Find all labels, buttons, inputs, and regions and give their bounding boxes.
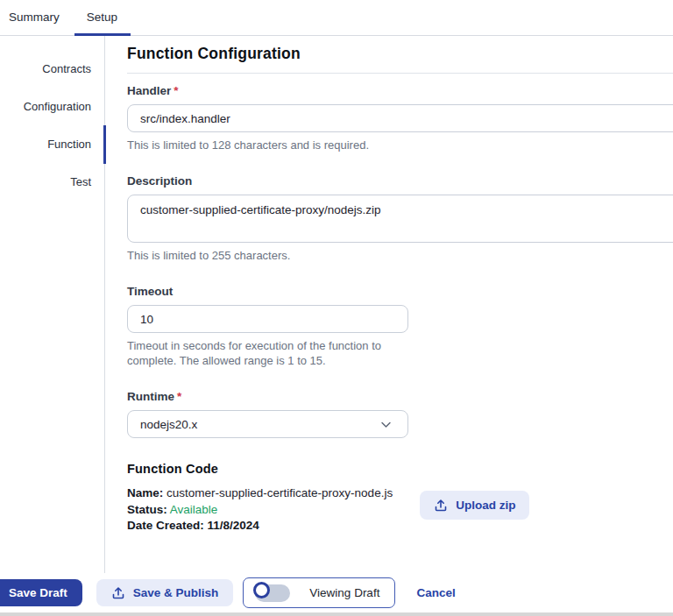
sidebar-item-test[interactable]: Test (0, 163, 104, 201)
viewing-draft-label: Viewing Draft (309, 586, 379, 599)
required-asterisk: * (174, 84, 178, 97)
description-label: Description (127, 174, 673, 188)
function-code-title: Function Code (127, 462, 673, 476)
function-configuration-panel: Function Configuration Handler* This is … (105, 36, 673, 573)
status-value: Available (170, 503, 218, 516)
cancel-button[interactable]: Cancel (416, 586, 455, 599)
handler-label: Handler* (127, 84, 673, 97)
sidebar-item-function[interactable]: Function (0, 125, 104, 163)
sidebar-item-configuration[interactable]: Configuration (0, 88, 104, 125)
sidebar-item-contracts[interactable]: Contracts (0, 50, 104, 88)
save-draft-button[interactable]: Save Draft (0, 579, 82, 606)
handler-input[interactable] (127, 104, 673, 132)
toggle-switch[interactable] (255, 584, 290, 602)
runtime-select[interactable]: nodejs20.x (127, 410, 408, 438)
runtime-field: Runtime* nodejs20.x (127, 390, 673, 438)
function-code-status-row: Status: Available (127, 502, 393, 519)
setup-sidebar: Contracts Configuration Function Test (0, 36, 105, 573)
upload-icon (434, 499, 448, 513)
description-textarea[interactable]: customer-supplied-certificate-proxy/node… (127, 195, 673, 243)
tab-bar: Summary Setup (0, 0, 673, 36)
timeout-field: Timeout Timeout in seconds for execution… (127, 285, 673, 368)
content-row: Contracts Configuration Function Test Fu… (0, 36, 673, 573)
function-code-name-row: Name: customer-supplied-certificate-prox… (127, 485, 393, 502)
tab-setup[interactable]: Setup (74, 2, 131, 35)
toggle-knob (253, 582, 270, 598)
required-asterisk: * (177, 390, 181, 403)
description-field: Description customer-supplied-certificat… (127, 174, 673, 263)
upload-icon (111, 586, 125, 600)
viewing-draft-toggle[interactable]: Viewing Draft (243, 577, 395, 608)
runtime-selected-value: nodejs20.x (140, 418, 197, 431)
description-help-text: This is limited to 255 characters. (127, 248, 673, 263)
timeout-input[interactable] (127, 305, 408, 333)
tab-summary[interactable]: Summary (2, 2, 67, 35)
timeout-help-text: Timeout in seconds for execution of the … (127, 338, 429, 368)
runtime-label: Runtime* (127, 390, 673, 403)
function-code-date-row: Date Created: 11/8/2024 (127, 518, 393, 535)
timeout-label: Timeout (127, 285, 673, 298)
footer-action-bar: Save Draft Save & Publish Viewing Draft … (0, 573, 673, 616)
upload-zip-button[interactable]: Upload zip (420, 491, 529, 520)
handler-field: Handler* This is limited to 128 characte… (127, 84, 673, 152)
title-divider (127, 73, 673, 74)
page-title: Function Configuration (127, 45, 673, 63)
handler-help-text: This is limited to 128 characters and is… (127, 138, 673, 152)
function-code-details: Name: customer-supplied-certificate-prox… (127, 485, 673, 535)
chevron-down-icon (380, 419, 392, 430)
save-publish-button[interactable]: Save & Publish (96, 579, 234, 606)
